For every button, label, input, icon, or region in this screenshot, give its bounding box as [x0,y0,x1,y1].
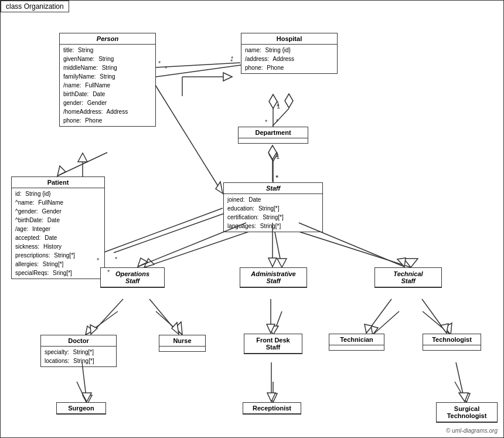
receptionist-class: Receptionist [243,402,301,415]
hospital-class: Hospital name: String {id} /address: Add… [241,33,338,74]
person-class-name: Person [60,33,155,45]
department-class-name: Department [239,127,308,138]
svg-text:*: * [276,118,279,125]
diagram-title: class Organization [1,1,69,12]
administrative-staff-name: AdministrativeStaff [240,268,307,287]
patient-class-name: Patient [12,177,104,188]
operations-staff-name: OperationsStaff [101,268,164,287]
svg-line-32 [77,382,87,404]
svg-marker-15 [223,73,232,81]
technician-class-name: Technician [329,334,384,345]
diagram-container: class Organization * * 1 * 1 * [0,0,504,438]
svg-marker-4 [269,94,277,108]
doctor-class-name: Doctor [41,335,116,347]
staff-class-attrs: joined: Date education: String[*] certif… [224,194,322,232]
svg-line-24 [156,311,182,335]
front-desk-staff-class: Front DeskStaff [244,334,302,354]
department-class: Department [238,127,308,144]
receptionist-class-name: Receptionist [243,403,301,414]
svg-marker-17 [144,259,154,267]
svg-marker-12 [78,153,87,162]
operations-staff-class: OperationsStaff [100,267,165,288]
svg-text:*: * [276,174,279,181]
svg-text:*: * [115,256,118,263]
front-desk-staff-name: Front DeskStaff [244,334,302,354]
surgical-technologist-class: SurgicalTechnologist [436,402,498,423]
technologist-class: Technologist [423,334,481,351]
hospital-class-name: Hospital [241,33,337,45]
svg-text:*: * [165,65,168,72]
nurse-class: Nurse [159,335,206,352]
svg-line-30 [423,311,451,335]
svg-marker-37 [461,393,470,402]
svg-line-38 [114,212,229,253]
svg-text:1: 1 [276,153,280,160]
svg-text:1: 1 [276,100,280,107]
person-class: Person title: String givenName: String m… [59,33,156,127]
svg-marker-19 [277,259,287,267]
svg-marker-25 [175,322,182,335]
svg-marker-8 [269,147,277,161]
technician-class: Technician [329,334,384,351]
surgeon-class-name: Surgeon [57,403,105,414]
svg-line-28 [373,311,399,335]
svg-line-36 [455,382,466,402]
person-class-attrs: title: String givenName: String middleNa… [60,45,155,126]
technical-staff-class: TechnicalStaff [374,267,442,288]
surgeon-class: Surgeon [56,402,106,415]
doctor-class: Doctor specialty: String[*] locations: S… [40,335,117,367]
staff-class: Staff joined: Date education: String[*] … [223,182,323,232]
copyright: © uml-diagrams.org [446,427,498,434]
hospital-class-attrs: name: String {id} /address: Address phon… [241,45,337,73]
surgical-technologist-name: SurgicalTechnologist [437,403,497,422]
svg-line-0 [156,65,241,77]
doctor-class-attrs: specialty: String[*] locations: String[*… [41,347,116,366]
administrative-staff-class: AdministrativeStaff [240,267,307,288]
technical-staff-name: TechnicalStaff [375,268,441,287]
svg-marker-21 [404,259,418,267]
svg-marker-35 [269,393,277,402]
svg-line-22 [86,311,118,335]
department-class-attrs [239,138,308,143]
nurse-class-name: Nurse [159,335,205,347]
staff-class-name: Staff [224,183,322,194]
patient-class-attrs: id: String {id} ^name: FullName ^gender:… [12,188,104,279]
technologist-class-name: Technologist [423,334,481,345]
svg-text:*: * [230,58,233,65]
svg-line-26 [273,311,282,335]
patient-class: Patient id: String {id} ^name: FullName … [11,176,105,279]
svg-marker-23 [86,326,93,335]
svg-marker-31 [445,323,452,335]
